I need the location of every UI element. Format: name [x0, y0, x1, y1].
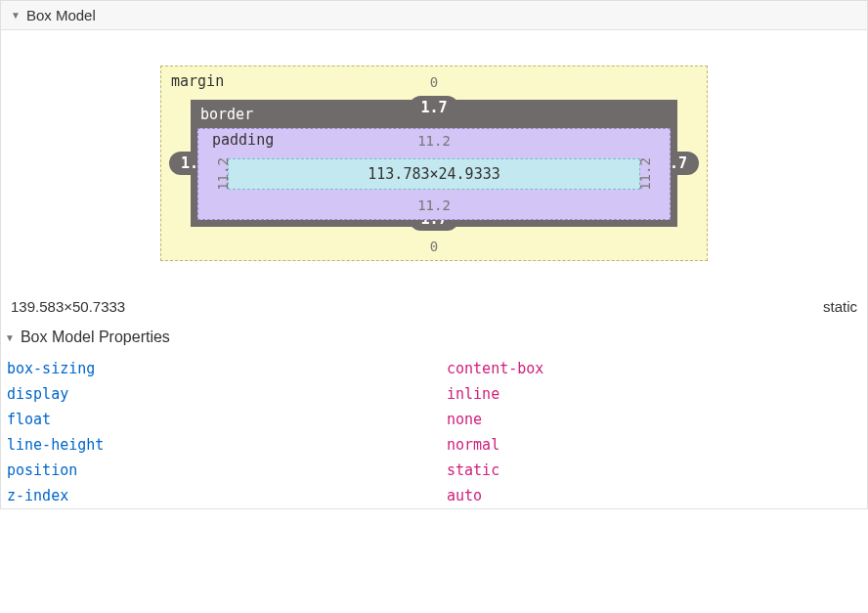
property-name: display — [7, 385, 447, 403]
border-label: border — [200, 106, 253, 123]
box-model-header-title: Box Model — [26, 7, 96, 23]
property-row[interactable]: displayinline — [7, 381, 861, 407]
margin-bottom-value[interactable]: 0 — [430, 239, 438, 254]
padding-right-value[interactable]: 11.2 — [637, 157, 653, 191]
padding-left-value[interactable]: 11.2 — [215, 157, 231, 191]
property-value: inline — [447, 385, 499, 403]
property-name: float — [7, 411, 447, 428]
property-value: static — [447, 461, 499, 479]
property-row[interactable]: line-heightnormal — [7, 432, 861, 458]
property-value: content-box — [447, 360, 543, 377]
element-dimensions: 139.583×50.7333 — [11, 298, 125, 315]
property-value: none — [447, 411, 482, 428]
content-region[interactable]: 113.783×24.9333 — [228, 158, 640, 190]
property-name: position — [7, 461, 447, 479]
padding-label: padding — [212, 131, 274, 149]
property-row[interactable]: z-indexauto — [7, 483, 861, 508]
property-value: normal — [447, 436, 499, 454]
padding-bottom-value[interactable]: 11.2 — [417, 197, 451, 213]
padding-region[interactable]: padding 11.2 11.2 11.2 11.2 113.783×24.9… — [197, 128, 671, 220]
property-row[interactable]: positionstatic — [7, 458, 861, 483]
box-model-panel-body: margin 0 0 0 0 border 1.7 1.7 1.7 1.7 pa… — [1, 30, 867, 281]
property-name: z-index — [7, 487, 447, 504]
box-model-diagram: margin 0 0 0 0 border 1.7 1.7 1.7 1.7 pa… — [11, 66, 857, 261]
content-dimensions: 113.783×24.9333 — [368, 165, 499, 183]
box-model-panel-header[interactable]: ▼ Box Model — [1, 1, 867, 30]
property-row[interactable]: floatnone — [7, 407, 861, 432]
border-top-value[interactable]: 1.7 — [409, 96, 458, 119]
box-model-properties-title: Box Model Properties — [21, 328, 170, 346]
element-position-type: static — [823, 298, 857, 315]
margin-label: margin — [171, 72, 224, 90]
twisty-icon: ▼ — [5, 332, 15, 343]
box-model-properties-list: box-sizingcontent-boxdisplayinlinefloatn… — [1, 356, 867, 508]
property-row[interactable]: box-sizingcontent-box — [7, 356, 861, 381]
padding-top-value[interactable]: 11.2 — [417, 133, 451, 149]
property-name: line-height — [7, 436, 447, 454]
property-name: box-sizing — [7, 360, 447, 377]
twisty-icon: ▼ — [11, 10, 21, 21]
geometry-summary: 139.583×50.7333 static — [1, 281, 867, 328]
box-model-panel: ▼ Box Model margin 0 0 0 0 border 1.7 1.… — [0, 0, 868, 509]
box-model-properties-header[interactable]: ▼ Box Model Properties — [1, 328, 867, 356]
margin-top-value[interactable]: 0 — [430, 74, 438, 90]
property-value: auto — [447, 487, 482, 504]
margin-region[interactable]: margin 0 0 0 0 border 1.7 1.7 1.7 1.7 pa… — [160, 66, 708, 261]
border-region[interactable]: border 1.7 1.7 1.7 1.7 padding 11.2 11.2… — [191, 100, 677, 227]
